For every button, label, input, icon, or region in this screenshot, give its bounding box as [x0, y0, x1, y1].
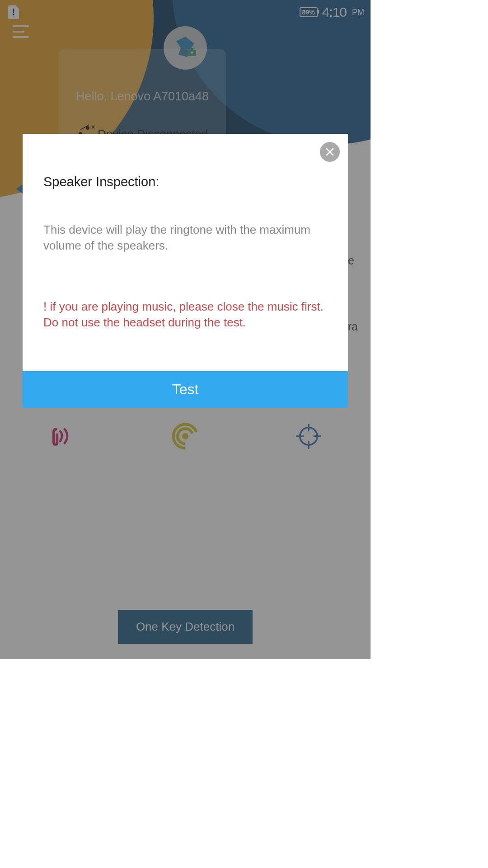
dialog-warning: ! if you are playing music, please close…	[43, 299, 327, 330]
dialog-description: This device will play the ringtone with …	[43, 222, 327, 254]
speaker-inspection-dialog: Speaker Inspection: This device will pla…	[23, 134, 348, 408]
close-icon	[325, 147, 334, 156]
test-button[interactable]: Test	[23, 371, 348, 408]
close-button[interactable]	[320, 142, 340, 162]
dialog-title: Speaker Inspection:	[43, 175, 327, 189]
